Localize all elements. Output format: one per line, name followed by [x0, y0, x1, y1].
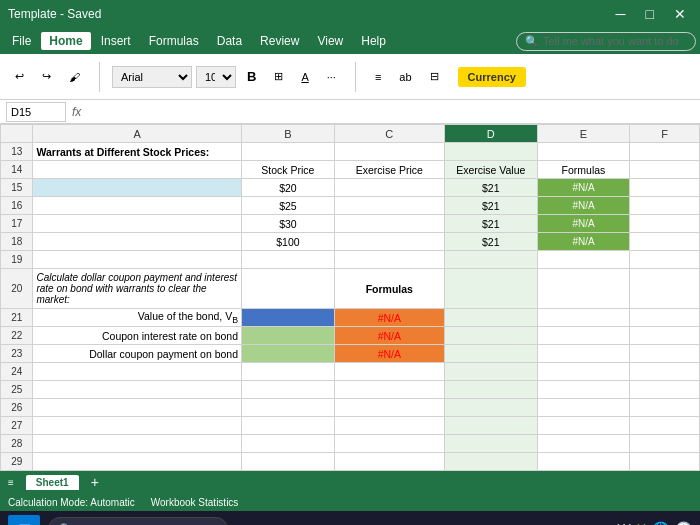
font-select[interactable]: Arial [112, 66, 192, 88]
cell-A15[interactable] [33, 179, 242, 197]
font-color-btn[interactable]: A [294, 68, 315, 86]
cell-D20[interactable] [444, 269, 537, 309]
sheet1-tab[interactable]: Sheet1 [26, 475, 79, 490]
menu-review[interactable]: Review [252, 32, 307, 50]
col-header-E[interactable]: E [537, 125, 630, 143]
browser-icon[interactable]: 🌐 [652, 521, 669, 525]
cell-B18[interactable]: $100 [242, 233, 335, 251]
cell-C23[interactable]: #N/A [334, 345, 444, 363]
menu-file[interactable]: File [4, 32, 39, 50]
cell-A14[interactable] [33, 161, 242, 179]
cell-F18[interactable] [630, 233, 700, 251]
cell-C19[interactable] [334, 251, 444, 269]
cell-B14[interactable]: Stock Price [242, 161, 335, 179]
cell-D13[interactable] [444, 143, 537, 161]
cell-B20[interactable] [242, 269, 335, 309]
cell-A16[interactable] [33, 197, 242, 215]
cell-D21[interactable] [444, 309, 537, 327]
cell-B23[interactable] [242, 345, 335, 363]
menu-view[interactable]: View [309, 32, 351, 50]
cell-C14[interactable]: Exercise Price [334, 161, 444, 179]
cell-E20[interactable] [537, 269, 630, 309]
cell-D15[interactable]: $21 [444, 179, 537, 197]
more-btn[interactable]: ··· [320, 68, 343, 86]
window-controls[interactable]: ─ □ ✕ [610, 6, 692, 22]
cell-B22[interactable] [242, 327, 335, 345]
cell-D16[interactable]: $21 [444, 197, 537, 215]
spreadsheet[interactable]: A B C D E F 13 Warrants at Different Sto… [0, 124, 700, 471]
excel-icon[interactable]: X [637, 521, 646, 525]
start-button[interactable]: ⊞ [8, 515, 40, 525]
cell-B19[interactable] [242, 251, 335, 269]
cell-A17[interactable] [33, 215, 242, 233]
cell-F23[interactable] [630, 345, 700, 363]
col-header-B[interactable]: B [242, 125, 335, 143]
workbook-stats[interactable]: Workbook Statistics [151, 497, 239, 508]
cell-A21[interactable]: Value of the bond, VB [33, 309, 242, 327]
cell-B13[interactable] [242, 143, 335, 161]
cell-C13[interactable] [334, 143, 444, 161]
cell-E23[interactable] [537, 345, 630, 363]
cell-F14[interactable] [630, 161, 700, 179]
cell-D14[interactable]: Exercise Value [444, 161, 537, 179]
cell-D17[interactable]: $21 [444, 215, 537, 233]
font-size-select[interactable]: 10 [196, 66, 236, 88]
grid-btn[interactable]: ⊞ [267, 67, 290, 86]
cell-C20[interactable]: Formulas [334, 269, 444, 309]
format-painter-btn[interactable]: 🖌 [62, 68, 87, 86]
cell-F15[interactable] [630, 179, 700, 197]
cell-F13[interactable] [630, 143, 700, 161]
minimize-btn[interactable]: ─ [610, 6, 632, 22]
maximize-btn[interactable]: □ [640, 6, 660, 22]
menu-data[interactable]: Data [209, 32, 250, 50]
cell-E16[interactable]: #N/A [537, 197, 630, 215]
format-btn[interactable]: ⊟ [423, 67, 446, 86]
cell-A23[interactable]: Dollar coupon payment on bond [33, 345, 242, 363]
menu-formulas[interactable]: Formulas [141, 32, 207, 50]
cell-A18[interactable] [33, 233, 242, 251]
bold-btn[interactable]: B [240, 66, 263, 87]
cell-B17[interactable]: $30 [242, 215, 335, 233]
cell-A22[interactable]: Coupon interest rate on bond [33, 327, 242, 345]
cell-F22[interactable] [630, 327, 700, 345]
cell-E15[interactable]: #N/A [537, 179, 630, 197]
menu-insert[interactable]: Insert [93, 32, 139, 50]
col-header-C[interactable]: C [334, 125, 444, 143]
align-left-btn[interactable]: ≡ [368, 68, 388, 86]
col-header-F[interactable]: F [630, 125, 700, 143]
cell-E18[interactable]: #N/A [537, 233, 630, 251]
cell-D22[interactable] [444, 327, 537, 345]
add-sheet-btn[interactable]: + [91, 474, 99, 490]
cell-A13[interactable]: Warrants at Different Stock Prices: [33, 143, 242, 161]
menu-home[interactable]: Home [41, 32, 90, 50]
cell-A20[interactable]: Calculate dollar coupon payment and inte… [33, 269, 242, 309]
cell-D18[interactable]: $21 [444, 233, 537, 251]
hamburger-icon[interactable]: ≡ [8, 477, 14, 488]
cell-F16[interactable] [630, 197, 700, 215]
cell-E21[interactable] [537, 309, 630, 327]
undo-btn[interactable]: ↩ [8, 67, 31, 86]
cell-E17[interactable]: #N/A [537, 215, 630, 233]
cell-C21[interactable]: #N/A [334, 309, 444, 327]
cell-B21[interactable] [242, 309, 335, 327]
cell-B15[interactable]: $20 [242, 179, 335, 197]
cell-A19[interactable] [33, 251, 242, 269]
cell-C17[interactable] [334, 215, 444, 233]
cell-F21[interactable] [630, 309, 700, 327]
word-icon[interactable]: W [617, 521, 630, 525]
col-header-A[interactable]: A [33, 125, 242, 143]
cell-E19[interactable] [537, 251, 630, 269]
cell-E13[interactable] [537, 143, 630, 161]
tell-me-box[interactable]: 🔍 Tell me what you want to do [516, 32, 696, 51]
spell-check-btn[interactable]: ab [392, 68, 418, 86]
cell-C18[interactable] [334, 233, 444, 251]
cell-D19[interactable] [444, 251, 537, 269]
currency-badge[interactable]: Currency [458, 67, 526, 87]
cell-F20[interactable] [630, 269, 700, 309]
cell-F19[interactable] [630, 251, 700, 269]
cell-E14[interactable]: Formulas [537, 161, 630, 179]
cell-reference[interactable] [6, 102, 66, 122]
cell-C15[interactable] [334, 179, 444, 197]
cell-C16[interactable] [334, 197, 444, 215]
cell-C22[interactable]: #N/A [334, 327, 444, 345]
